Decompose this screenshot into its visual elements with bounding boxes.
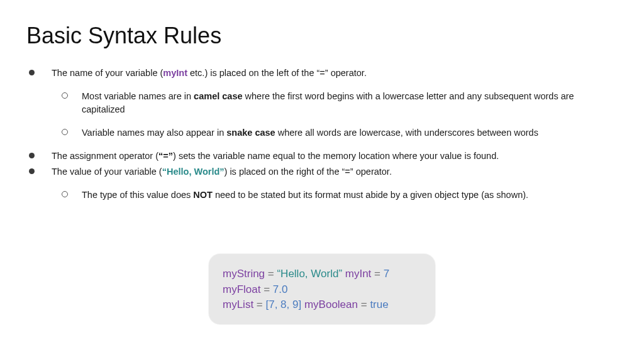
code-var-myboolean: myBoolean: [304, 299, 358, 310]
bullet-2: The assignment operator (“=”) sets the v…: [44, 150, 618, 163]
bullet-3: The value of your variable (“Hello, Worl…: [44, 165, 618, 202]
code-op-eq: =: [260, 283, 272, 295]
code-num-7: 7: [384, 268, 389, 280]
slide: Basic Syntax Rules The name of your vari…: [0, 0, 644, 362]
code-var-mylist: myList: [223, 299, 253, 310]
bullet-3-sub-1: The type of this value does NOT need to …: [73, 189, 618, 202]
bold-camel-case: camel case: [194, 91, 242, 101]
code-line-3: myList = [7, 8, 9] myBoolean = true: [223, 297, 421, 313]
bullet-3-sub-1-post: need to be stated but its format must ab…: [213, 190, 528, 200]
bullet-1-sub-1: Most variable names are in camel case wh…: [73, 90, 618, 116]
bullet-3-post: ) is placed on the right of the “=” oper…: [225, 167, 392, 177]
inline-code-myint: myInt: [163, 68, 187, 78]
code-num-7-0: 7.0: [273, 283, 288, 295]
code-op-eq: =: [253, 299, 265, 310]
bullet-1-sub-2-pre: Variable names may also appear in: [82, 128, 226, 138]
bullet-3-sublist: The type of this value does NOT need to …: [52, 189, 618, 202]
bullet-2-pre: The assignment operator (: [52, 151, 158, 161]
code-bool-true: true: [370, 299, 388, 310]
bold-equals-op: “=”: [158, 151, 173, 161]
bullet-1-text-post: etc.) is placed on the left of the “=” o…: [187, 68, 367, 78]
inline-code-hello-world: “Hello, World”: [162, 167, 225, 177]
code-line-2: myFloat = 7.0: [223, 282, 421, 298]
bullet-1-sub-2: Variable names may also appear in snake …: [73, 126, 618, 140]
code-op-eq: =: [265, 268, 277, 280]
code-string-hello: “Hello, World”: [277, 268, 342, 280]
code-line-1: myString = “Hello, World” myInt = 7: [223, 266, 421, 282]
bullet-1-text-pre: The name of your variable (: [52, 68, 163, 78]
code-var-myfloat: myFloat: [223, 283, 260, 295]
bold-not: NOT: [193, 190, 213, 200]
code-op-eq: =: [371, 268, 383, 280]
code-op-eq: =: [358, 299, 370, 310]
bullet-1-sublist: Most variable names are in camel case wh…: [52, 90, 618, 140]
bullet-1-sub-2-post: where all words are lowercase, with unde…: [275, 128, 538, 138]
page-title: Basic Syntax Rules: [26, 23, 618, 49]
bold-snake-case: snake case: [226, 128, 275, 138]
bullet-3-sub-1-pre: The type of this value does: [82, 190, 193, 200]
bullet-1: The name of your variable (myInt etc.) i…: [44, 67, 618, 140]
bullet-2-post: ) sets the variable name equal to the me…: [173, 151, 499, 161]
code-example-box: myString = “Hello, World” myInt = 7 myFl…: [209, 254, 435, 324]
bullet-1-sub-1-pre: Most variable names are in: [82, 91, 194, 101]
bullet-list: The name of your variable (myInt etc.) i…: [26, 67, 618, 202]
code-var-mystring: myString: [223, 268, 265, 280]
code-array-789: [7, 8, 9]: [266, 299, 302, 310]
code-var-myint: myInt: [345, 268, 372, 280]
bullet-3-pre: The value of your variable (: [52, 167, 162, 177]
